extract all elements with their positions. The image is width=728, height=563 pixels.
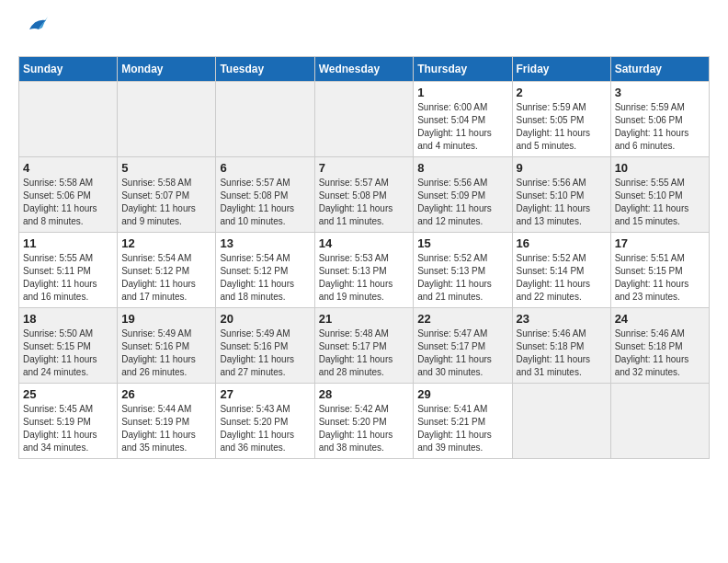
day-number: 16: [517, 236, 607, 250]
calendar-week-row: 1 Sunrise: 6:00 AM Sunset: 5:04 PM Dayli…: [19, 82, 710, 157]
calendar-week-row: 25 Sunrise: 5:45 AM Sunset: 5:19 PM Dayl…: [19, 384, 710, 459]
day-info: Sunrise: 5:52 AM Sunset: 5:14 PM Dayligh…: [517, 252, 607, 304]
sunset-label: Sunset: 5:14 PM: [517, 266, 585, 276]
sunset-label: Sunset: 5:20 PM: [220, 417, 288, 427]
calendar-cell: 19 Sunrise: 5:49 AM Sunset: 5:16 PM Dayl…: [118, 308, 216, 384]
day-info: Sunrise: 5:55 AM Sunset: 5:11 PM Dayligh…: [23, 252, 113, 304]
calendar-cell: 11 Sunrise: 5:55 AM Sunset: 5:11 PM Dayl…: [19, 233, 118, 308]
daylight-label: Daylight: 11 hours and 23 minutes.: [615, 279, 689, 302]
calendar-cell: 23 Sunrise: 5:46 AM Sunset: 5:18 PM Dayl…: [512, 308, 610, 384]
day-number: 23: [517, 312, 607, 326]
day-info: Sunrise: 5:49 AM Sunset: 5:16 PM Dayligh…: [220, 327, 310, 379]
sunrise-label: Sunrise: 5:49 AM: [220, 328, 290, 339]
daylight-label: Daylight: 11 hours and 12 minutes.: [417, 203, 492, 226]
calendar-cell: 4 Sunrise: 5:58 AM Sunset: 5:06 PM Dayli…: [19, 157, 118, 233]
day-info: Sunrise: 5:54 AM Sunset: 5:12 PM Dayligh…: [220, 252, 310, 304]
calendar-cell: 12 Sunrise: 5:54 AM Sunset: 5:12 PM Dayl…: [118, 233, 216, 308]
daylight-label: Daylight: 11 hours and 36 minutes.: [220, 430, 294, 453]
sunset-label: Sunset: 5:13 PM: [417, 266, 485, 276]
day-info: Sunrise: 5:46 AM Sunset: 5:18 PM Dayligh…: [615, 327, 705, 379]
calendar-cell: 24 Sunrise: 5:46 AM Sunset: 5:18 PM Dayl…: [610, 308, 709, 384]
sunset-label: Sunset: 5:11 PM: [23, 266, 91, 276]
sunset-label: Sunset: 5:17 PM: [319, 341, 387, 351]
calendar-cell: 25 Sunrise: 5:45 AM Sunset: 5:19 PM Dayl…: [19, 384, 118, 459]
calendar-cell: 10 Sunrise: 5:55 AM Sunset: 5:10 PM Dayl…: [610, 157, 709, 233]
calendar-cell: 18 Sunrise: 5:50 AM Sunset: 5:15 PM Dayl…: [19, 308, 118, 384]
calendar-cell: 21 Sunrise: 5:48 AM Sunset: 5:17 PM Dayl…: [314, 308, 414, 384]
day-number: 2: [517, 86, 607, 99]
calendar-cell: [216, 82, 314, 157]
day-number: 13: [220, 236, 310, 250]
day-number: 10: [615, 161, 705, 175]
day-number: 4: [23, 161, 113, 175]
sunrise-label: Sunrise: 5:43 AM: [220, 404, 290, 414]
weekday-header: Wednesday: [314, 57, 414, 82]
day-number: 19: [121, 312, 211, 326]
day-number: 12: [121, 236, 211, 250]
sunset-label: Sunset: 5:15 PM: [23, 341, 91, 351]
sunset-label: Sunset: 5:12 PM: [220, 266, 288, 276]
day-info: Sunrise: 5:50 AM Sunset: 5:15 PM Dayligh…: [23, 327, 113, 379]
day-info: Sunrise: 6:00 AM Sunset: 5:04 PM Dayligh…: [417, 101, 507, 153]
day-number: 26: [121, 387, 211, 401]
sunrise-label: Sunrise: 5:45 AM: [23, 404, 93, 414]
day-info: Sunrise: 5:46 AM Sunset: 5:18 PM Dayligh…: [517, 327, 607, 379]
weekday-header: Thursday: [414, 57, 512, 82]
day-info: Sunrise: 5:57 AM Sunset: 5:08 PM Dayligh…: [220, 177, 310, 228]
day-number: 22: [417, 312, 507, 326]
weekday-header: Sunday: [19, 57, 118, 82]
sunset-label: Sunset: 5:10 PM: [615, 190, 683, 201]
daylight-label: Daylight: 11 hours and 38 minutes.: [319, 430, 393, 453]
sunrise-label: Sunrise: 5:59 AM: [615, 102, 685, 112]
sunset-label: Sunset: 5:08 PM: [319, 190, 387, 201]
daylight-label: Daylight: 11 hours and 5 minutes.: [517, 128, 591, 151]
sunset-label: Sunset: 5:06 PM: [615, 115, 683, 125]
sunrise-label: Sunrise: 5:59 AM: [517, 102, 586, 112]
day-number: 3: [615, 86, 705, 99]
day-number: 5: [121, 161, 211, 175]
day-info: Sunrise: 5:53 AM Sunset: 5:13 PM Dayligh…: [319, 252, 410, 304]
day-number: 6: [220, 161, 310, 175]
daylight-label: Daylight: 11 hours and 27 minutes.: [220, 354, 294, 377]
calendar-cell: 1 Sunrise: 6:00 AM Sunset: 5:04 PM Dayli…: [414, 82, 512, 157]
day-number: 14: [319, 236, 410, 250]
daylight-label: Daylight: 11 hours and 19 minutes.: [319, 279, 393, 302]
calendar-cell: 22 Sunrise: 5:47 AM Sunset: 5:17 PM Dayl…: [414, 308, 512, 384]
daylight-label: Daylight: 11 hours and 16 minutes.: [23, 279, 97, 302]
day-info: Sunrise: 5:56 AM Sunset: 5:10 PM Dayligh…: [517, 177, 607, 228]
sunrise-label: Sunrise: 5:58 AM: [23, 178, 93, 188]
calendar-cell: 2 Sunrise: 5:59 AM Sunset: 5:05 PM Dayli…: [512, 82, 610, 157]
day-number: 17: [615, 236, 705, 250]
day-number: 11: [23, 236, 113, 250]
day-number: 28: [319, 387, 410, 401]
logo-bird-icon: [22, 11, 51, 47]
sunrise-label: Sunrise: 5:56 AM: [417, 178, 487, 188]
daylight-label: Daylight: 11 hours and 15 minutes.: [615, 203, 689, 226]
daylight-label: Daylight: 11 hours and 26 minutes.: [121, 354, 196, 377]
day-info: Sunrise: 5:59 AM Sunset: 5:05 PM Dayligh…: [517, 101, 607, 153]
calendar-cell: 14 Sunrise: 5:53 AM Sunset: 5:13 PM Dayl…: [314, 233, 414, 308]
calendar-week-row: 18 Sunrise: 5:50 AM Sunset: 5:15 PM Dayl…: [19, 308, 710, 384]
day-number: 15: [417, 236, 507, 250]
daylight-label: Daylight: 11 hours and 39 minutes.: [417, 430, 492, 453]
sunset-label: Sunset: 5:12 PM: [121, 266, 189, 276]
daylight-label: Daylight: 11 hours and 13 minutes.: [517, 203, 591, 226]
sunset-label: Sunset: 5:17 PM: [417, 341, 485, 351]
daylight-label: Daylight: 11 hours and 17 minutes.: [121, 279, 196, 302]
calendar-week-row: 11 Sunrise: 5:55 AM Sunset: 5:11 PM Dayl…: [19, 233, 710, 308]
calendar-cell: 15 Sunrise: 5:52 AM Sunset: 5:13 PM Dayl…: [414, 233, 512, 308]
sunrise-label: Sunrise: 5:41 AM: [417, 404, 487, 414]
calendar-cell: [19, 82, 118, 157]
calendar-cell: 8 Sunrise: 5:56 AM Sunset: 5:09 PM Dayli…: [414, 157, 512, 233]
day-number: 1: [417, 86, 507, 99]
sunrise-label: Sunrise: 5:50 AM: [23, 328, 93, 339]
daylight-label: Daylight: 11 hours and 22 minutes.: [517, 279, 591, 302]
sunset-label: Sunset: 5:08 PM: [220, 190, 288, 201]
calendar-cell: 5 Sunrise: 5:58 AM Sunset: 5:07 PM Dayli…: [118, 157, 216, 233]
calendar-cell: [118, 82, 216, 157]
daylight-label: Daylight: 11 hours and 28 minutes.: [319, 354, 393, 377]
day-number: 8: [417, 161, 507, 175]
sunset-label: Sunset: 5:06 PM: [23, 190, 91, 201]
daylight-label: Daylight: 11 hours and 34 minutes.: [23, 430, 97, 453]
day-info: Sunrise: 5:47 AM Sunset: 5:17 PM Dayligh…: [417, 327, 507, 379]
